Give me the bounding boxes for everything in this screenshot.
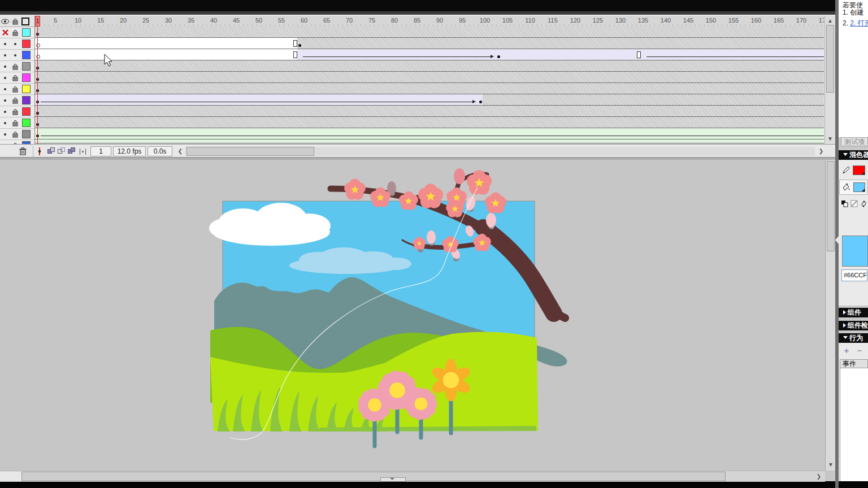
scroll-right-icon[interactable]: ❯	[815, 473, 823, 480]
layer-lock-icon[interactable]	[10, 120, 20, 127]
fill-bucket-icon[interactable]	[841, 182, 850, 194]
add-behavior-button[interactable]: +	[841, 346, 852, 356]
timeline-vertical-scrollbar[interactable]: ▲ ▼	[824, 16, 835, 144]
layer-row[interactable]	[0, 72, 34, 84]
frame-row[interactable]	[35, 38, 824, 49]
canvas-horizontal-scrollbar[interactable]: ❯	[0, 470, 825, 482]
layer-row[interactable]	[0, 129, 34, 140]
stroke-pencil-icon[interactable]	[842, 165, 850, 177]
layer-lock-icon[interactable]	[10, 108, 20, 115]
fill-color-swatch[interactable]	[853, 182, 865, 192]
event-column-header[interactable]: 事件	[840, 359, 868, 368]
layer-row[interactable]	[0, 61, 34, 72]
component-inspector-panel-header[interactable]: 组件检查器	[839, 321, 868, 330]
layer-row[interactable]	[0, 38, 34, 50]
frame-row[interactable]	[35, 27, 824, 38]
panel-collapse-handle[interactable]	[380, 477, 406, 482]
onion-skin-outlines-icon[interactable]	[58, 147, 66, 155]
scroll-down-icon[interactable]: ▼	[827, 461, 835, 468]
layer-outline-color-swatch[interactable]	[22, 40, 31, 48]
frame-row[interactable]	[35, 140, 824, 143]
timeline-frames[interactable]	[35, 27, 824, 144]
frame-row[interactable]	[35, 128, 824, 140]
layer-lock-icon[interactable]	[10, 97, 20, 104]
layer-visible-dot[interactable]	[0, 122, 10, 124]
mixer-panel-header[interactable]: 混色器	[839, 150, 868, 160]
layer-lock-icon[interactable]	[10, 131, 20, 138]
frame-row[interactable]	[35, 49, 824, 60]
frame-row[interactable]	[35, 117, 824, 128]
frame-row[interactable]	[35, 72, 824, 83]
layer-visible-dot[interactable]	[0, 111, 10, 113]
layer-hidden-icon[interactable]	[0, 29, 10, 36]
timeline-scroll-right-icon[interactable]: ❯	[817, 148, 825, 155]
components-panel-header[interactable]: 组件	[839, 308, 868, 317]
layer-visible-dot[interactable]	[0, 88, 10, 90]
scrollbar-thumb[interactable]	[827, 161, 835, 251]
timeline-ruler[interactable]: 5101520253035404550556065707580859095100…	[35, 16, 824, 27]
layer-visible-dot[interactable]	[0, 66, 10, 68]
frame-row[interactable]	[35, 83, 824, 94]
layer-outline-color-swatch[interactable]	[22, 62, 31, 71]
swap-colors-icon[interactable]	[860, 199, 867, 210]
layer-outline-color-swatch[interactable]	[22, 96, 31, 104]
stroke-color-swatch[interactable]	[853, 165, 865, 175]
timeline-scroll-left-icon[interactable]: ❮	[176, 148, 184, 155]
layer-visible-dot[interactable]	[0, 43, 10, 45]
layer-visible-dot[interactable]	[0, 54, 10, 56]
layer-visible-dot[interactable]	[0, 99, 10, 102]
delete-layer-trash-icon[interactable]	[19, 147, 27, 158]
lock-all-icon[interactable]	[10, 18, 20, 25]
layer-lock-icon[interactable]	[10, 86, 20, 93]
layer-outline-color-swatch[interactable]	[22, 51, 31, 59]
behaviors-panel-header[interactable]: 行为	[839, 333, 868, 343]
test-project-button[interactable]: 测试项	[841, 137, 868, 146]
scrollbar-left-cap[interactable]	[0, 472, 21, 481]
timeline-horizontal-scrollbar[interactable]	[185, 147, 815, 156]
layer-row[interactable]	[0, 106, 34, 117]
layer-unlocked-dot[interactable]	[10, 54, 20, 56]
onion-skin-icon[interactable]	[47, 147, 56, 155]
layer-unlocked-dot[interactable]	[10, 43, 20, 45]
layer-row[interactable]	[0, 140, 34, 144]
remove-behavior-button[interactable]: −	[854, 346, 865, 356]
frame-row[interactable]	[35, 60, 824, 72]
scroll-up-icon[interactable]: ▲	[826, 18, 834, 24]
elapsed-time-field[interactable]: 0.0s	[147, 146, 172, 156]
layer-row[interactable]	[0, 95, 34, 106]
layer-visible-dot[interactable]	[0, 77, 10, 79]
layer-outline-color-swatch[interactable]	[22, 85, 31, 93]
no-color-icon[interactable]	[850, 199, 858, 210]
help-link[interactable]: 2. 打开	[850, 19, 868, 27]
layer-lock-icon[interactable]	[10, 75, 20, 81]
frame-row[interactable]	[35, 106, 824, 117]
scrollbar-thumb[interactable]	[826, 25, 834, 93]
edit-multiple-frames-icon[interactable]	[68, 147, 76, 155]
layer-outline-color-swatch[interactable]	[22, 107, 31, 116]
layer-outline-color-swatch[interactable]	[22, 28, 31, 37]
layer-row[interactable]	[0, 84, 34, 95]
canvas-vertical-scrollbar[interactable]: ▼	[825, 160, 836, 470]
behaviors-event-list[interactable]	[840, 368, 868, 481]
layer-row[interactable]	[0, 27, 34, 38]
layer-lock-icon[interactable]	[10, 63, 20, 70]
layer-visible-dot[interactable]	[0, 133, 10, 136]
default-colors-icon[interactable]	[841, 199, 848, 210]
outline-color-icon[interactable]	[20, 18, 31, 25]
color-preview-swatch[interactable]	[842, 236, 868, 267]
layer-row[interactable]	[0, 117, 34, 129]
scroll-down-icon[interactable]: ▼	[826, 136, 834, 142]
stage-canvas[interactable]	[0, 160, 825, 481]
modify-onion-markers-icon[interactable]	[79, 147, 88, 155]
layer-outline-color-swatch[interactable]	[22, 73, 31, 82]
center-frame-icon[interactable]	[36, 147, 43, 158]
frame-row[interactable]	[35, 94, 824, 106]
show-hide-all-icon[interactable]	[0, 19, 10, 24]
scrollbar-thumb[interactable]	[21, 472, 726, 481]
layer-outline-color-swatch[interactable]	[22, 119, 31, 127]
scrollbar-thumb[interactable]	[186, 147, 314, 156]
frame-rate-field[interactable]: 12.0 fps	[113, 146, 146, 156]
playhead-marker[interactable]: 1	[35, 16, 40, 27]
hex-color-input[interactable]: #66CCFF	[841, 269, 867, 281]
layer-lock-icon[interactable]	[10, 29, 20, 36]
